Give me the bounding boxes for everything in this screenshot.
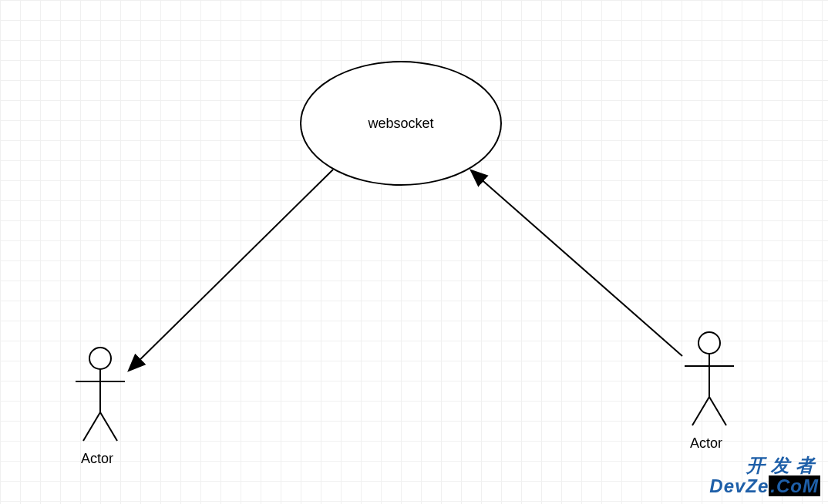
actor-right[interactable] [685,332,734,425]
usecase-label: websocket [362,116,439,132]
actor-right-label: Actor [690,435,722,452]
diagram-canvas [0,0,828,504]
watermark-line2: DevZe.CoM [709,476,820,496]
svg-point-6 [698,332,720,354]
svg-line-10 [709,397,726,425]
svg-line-4 [83,412,100,441]
actor-left-label: Actor [81,451,113,467]
watermark: 开发者 DevZe.CoM [709,455,820,496]
arrow-actor2-to-usecase [472,171,682,356]
svg-line-5 [100,412,117,441]
svg-line-9 [692,397,709,425]
actor-left[interactable] [76,348,125,441]
arrow-usecase-to-actor1 [130,170,333,370]
watermark-line1: 开发者 [709,455,820,475]
svg-point-1 [89,348,111,369]
